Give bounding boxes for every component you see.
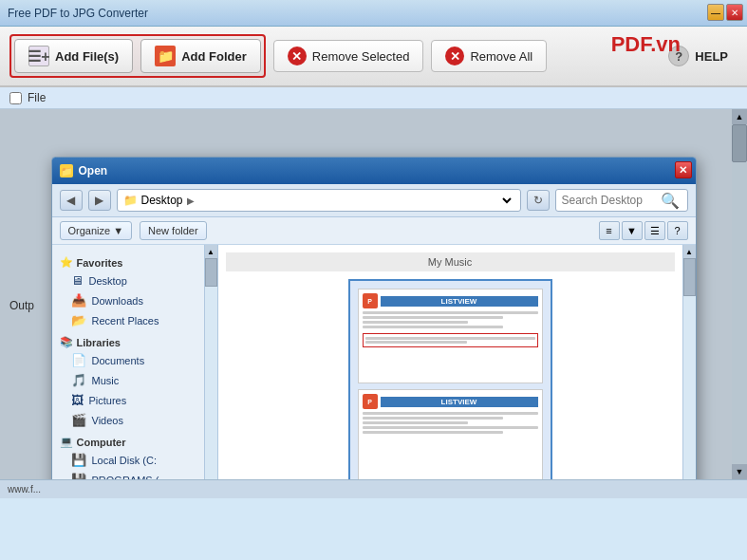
address-folder-icon: 📁 <box>123 194 138 207</box>
dialog-address-bar: ◀ ▶ 📁 Desktop ▶ ↻ 🔍 <box>52 184 696 217</box>
pdf-logo-icon: P <box>363 293 378 308</box>
pdf-page-2-lines <box>363 412 538 434</box>
address-text: Desktop <box>141 194 183 207</box>
local-disk-icon: 💾 <box>71 453 86 467</box>
add-group: ☰+ Add File(s) 📁 Add Folder <box>9 34 266 78</box>
pdf-page-1-header: P LISTVIEW <box>363 293 538 308</box>
add-folder-button[interactable]: 📁 Add Folder <box>140 39 261 73</box>
computer-label: 💻 Computer <box>52 430 217 450</box>
libraries-label: 📚 Libraries <box>52 330 217 350</box>
sidebar-item-downloads[interactable]: 📥 Downloads <box>52 290 217 310</box>
favorites-label: ⭐ Favorites <box>52 251 217 271</box>
files-scrollbar[interactable]: ▲ ▼ <box>682 245 696 479</box>
dialog-content: ⭐ Favorites 🖥 Desktop 📥 Downloads 📂 Rece… <box>52 245 696 479</box>
minimize-button[interactable]: — <box>707 4 724 21</box>
dialog-title-icon: 📁 <box>60 164 73 177</box>
address-box: 📁 Desktop ▶ <box>117 189 521 212</box>
remove-selected-button[interactable]: ✕ Remove Selected <box>273 40 424 72</box>
view-list-button[interactable]: ≡ <box>599 221 620 240</box>
desktop-icon: 🖥 <box>71 273 84 288</box>
view-dropdown-button[interactable]: ▼ <box>622 221 643 240</box>
help-label: HELP <box>695 49 728 64</box>
sidebar-item-recent[interactable]: 📂 Recent Places <box>52 310 217 330</box>
sidebar-item-pictures[interactable]: 🖼 Pictures <box>52 390 217 410</box>
pdf-logo: PDF.vn <box>611 32 681 57</box>
music-icon: 🎵 <box>71 373 86 387</box>
dialog-title-bar: 📁 Open ✕ <box>52 158 696 184</box>
remove-selected-icon: ✕ <box>288 47 307 65</box>
files-scroll-up[interactable]: ▲ <box>683 245 696 258</box>
organize-button[interactable]: Organize ▼ <box>60 221 133 240</box>
pdf-line <box>363 412 538 415</box>
computer-icon: 💻 <box>60 436 73 448</box>
pdf-page-2-header: P LISTVIEW <box>363 394 538 409</box>
toolbar: ☰+ Add File(s) 📁 Add Folder ✕ Remove Sel… <box>0 27 747 87</box>
sidebar-item-music[interactable]: 🎵 Music <box>52 370 217 390</box>
view-buttons: ≡ ▼ ☰ ? <box>599 221 688 240</box>
pdf-page-2-title: LISTVIEW <box>381 397 538 407</box>
dialog-title: Open <box>79 164 108 177</box>
organize-label: Organize <box>68 225 111 236</box>
add-files-icon: ☰+ <box>28 46 49 66</box>
pdf-page-1-title: LISTVIEW <box>381 296 538 307</box>
search-input[interactable] <box>562 194 657 207</box>
pdf-line <box>363 417 503 420</box>
sidebar-scroll-track <box>205 258 217 479</box>
dialog-close-button[interactable]: ✕ <box>675 161 692 178</box>
pdf-line <box>363 421 468 424</box>
add-files-label: Add File(s) <box>55 49 119 64</box>
sidebar-scroll-thumb[interactable] <box>205 258 217 287</box>
pdf-page-1-lines <box>363 311 538 347</box>
refresh-button[interactable]: ↻ <box>527 190 550 211</box>
add-folder-label: Add Folder <box>181 49 247 64</box>
close-button[interactable]: ✕ <box>726 4 743 21</box>
view-details-button[interactable]: ☰ <box>644 221 665 240</box>
sidebar-item-local-disk[interactable]: 💾 Local Disk (C: <box>52 450 217 470</box>
sidebar-item-programs[interactable]: 💾 PROGRAMS ( <box>52 470 217 479</box>
new-folder-label: New folder <box>148 225 198 236</box>
address-select[interactable] <box>198 191 514 210</box>
sidebar-item-documents[interactable]: 📄 Documents <box>52 350 217 370</box>
sidebar-item-videos[interactable]: 🎬 Videos <box>52 410 217 430</box>
sidebar-item-desktop[interactable]: 🖥 Desktop <box>52 271 217 290</box>
files-scroll-track <box>683 258 696 479</box>
forward-button[interactable]: ▶ <box>88 190 111 211</box>
videos-icon: 🎬 <box>71 413 86 427</box>
pdf-line <box>363 321 468 324</box>
new-folder-button[interactable]: New folder <box>140 221 207 240</box>
search-box: 🔍 <box>555 189 688 212</box>
dialog-toolbar: Organize ▼ New folder ≡ ▼ ☰ ? <box>52 217 696 245</box>
remove-all-button[interactable]: ✕ Remove All <box>431 40 547 72</box>
remove-all-icon: ✕ <box>445 47 464 65</box>
file-checkbox[interactable] <box>9 92 22 104</box>
sidebar-scrollbar[interactable]: ▲ ▼ <box>204 245 217 479</box>
back-button[interactable]: ◀ <box>60 190 83 211</box>
pdf-line <box>363 326 503 328</box>
files-scroll-thumb[interactable] <box>683 258 696 296</box>
favorites-star-icon: ⭐ <box>60 256 73 269</box>
pdf-line <box>363 431 503 434</box>
sidebar-scroll-up[interactable]: ▲ <box>205 245 217 258</box>
pictures-icon: 🖼 <box>71 393 84 407</box>
dialog-overlay: 📁 Open ✕ ◀ ▶ 📁 Desktop ▶ ↻ 🔍 <box>0 109 747 479</box>
dialog-sidebar: ⭐ Favorites 🖥 Desktop 📥 Downloads 📂 Rece… <box>52 245 218 479</box>
pdf-line <box>363 426 538 429</box>
open-dialog: 📁 Open ✕ ◀ ▶ 📁 Desktop ▶ ↻ 🔍 <box>51 157 697 479</box>
libraries-icon: 📚 <box>60 336 73 348</box>
help-dialog-button[interactable]: ? <box>667 221 688 240</box>
file-preview-selected[interactable]: P LISTVIEW <box>348 279 552 479</box>
search-icon: 🔍 <box>661 192 680 210</box>
add-files-button[interactable]: ☰+ Add File(s) <box>14 39 133 73</box>
pdf-line <box>363 316 503 319</box>
recent-icon: 📂 <box>71 313 86 327</box>
add-folder-icon: 📁 <box>155 46 176 66</box>
organize-chevron-icon: ▼ <box>113 225 123 236</box>
title-controls: — ✕ <box>707 4 743 21</box>
status-text: www.f... <box>8 484 41 495</box>
remove-selected-label: Remove Selected <box>312 49 410 64</box>
downloads-icon: 📥 <box>71 293 86 308</box>
pdf-red-box-1 <box>363 333 538 347</box>
my-music-folder[interactable]: My Music <box>226 252 675 271</box>
documents-icon: 📄 <box>71 353 86 367</box>
pdf-line <box>365 341 467 344</box>
